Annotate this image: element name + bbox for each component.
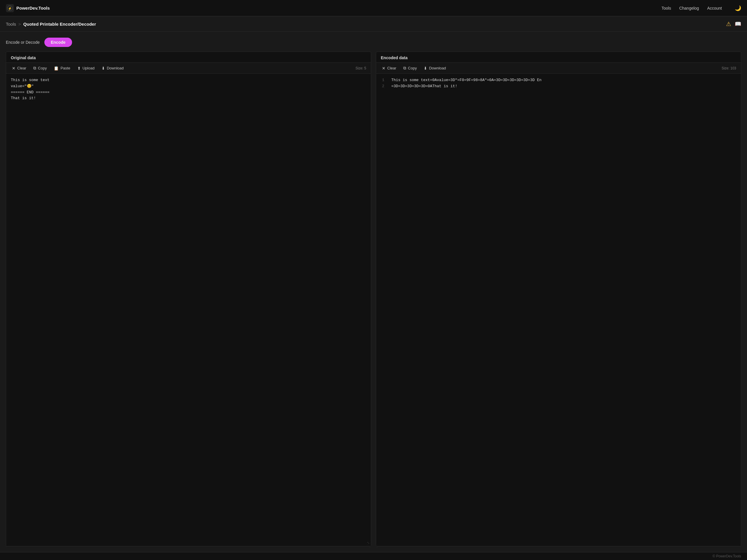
copy-icon: ⧉ <box>33 65 36 71</box>
logo-icon: ⚡ <box>6 4 14 12</box>
output-text: This is some text=0Avalue=3D"=F0=9F=98=8… <box>387 74 741 546</box>
left-copy-button[interactable]: ⧉ Copy <box>30 64 50 72</box>
left-copy-label: Copy <box>38 66 47 70</box>
book-icon-button[interactable]: 📖 <box>735 21 741 27</box>
right-panel-toolbar: ✕ Clear ⧉ Copy ⬇ Download Size: 103 <box>376 62 741 74</box>
encode-button[interactable]: Encode <box>44 37 72 47</box>
right-download-button[interactable]: ⬇ Download <box>420 64 449 72</box>
breadcrumb-separator: > <box>18 22 21 27</box>
theme-toggle-button[interactable]: 🌙 <box>735 5 741 11</box>
download-icon-right: ⬇ <box>424 66 427 71</box>
line-numbers: 12 <box>376 74 387 546</box>
breadcrumb-current-page: Quoted Printable Encoder/Decoder <box>23 22 96 27</box>
right-clear-label: Clear <box>387 66 396 70</box>
topbar-nav: Tools Changelog Account 🌙 <box>662 5 741 11</box>
breadcrumb-bar: Tools > Quoted Printable Encoder/Decoder… <box>0 16 747 32</box>
left-upload-button[interactable]: ⬆ Upload <box>74 64 98 72</box>
mode-label: Encode or Decode <box>6 40 40 45</box>
left-clear-label: Clear <box>17 66 26 70</box>
app-logo[interactable]: ⚡ PowerDev.Tools <box>6 4 50 12</box>
x-icon: ✕ <box>12 66 16 71</box>
nav-tools[interactable]: Tools <box>662 6 671 10</box>
mode-row: Encode or Decode Encode <box>6 37 741 47</box>
left-paste-label: Paste <box>60 66 70 70</box>
logo-text: PowerDev.Tools <box>16 5 50 10</box>
right-panel: Encoded data ✕ Clear ⧉ Copy ⬇ Download S… <box>376 52 741 546</box>
resize-handle[interactable]: ⤡ <box>367 541 370 545</box>
left-download-button[interactable]: ⬇ Download <box>98 64 127 72</box>
left-panel-body: This is some text value="😊" ====== END =… <box>6 74 371 546</box>
upload-icon: ⬆ <box>77 66 81 71</box>
x-icon-right: ✕ <box>382 66 385 71</box>
left-clear-button[interactable]: ✕ Clear <box>8 64 30 72</box>
breadcrumb-actions: ⚠ 📖 <box>726 20 741 27</box>
right-panel-body: 12 This is some text=0Avalue=3D"=F0=9F=9… <box>376 74 741 546</box>
footer-copyright: © PowerDev.Tools <box>713 554 741 558</box>
left-panel-title: Original data <box>6 52 371 62</box>
breadcrumb-tools-link[interactable]: Tools <box>6 22 16 27</box>
left-paste-button[interactable]: 📋 Paste <box>50 64 74 72</box>
panels-container: Original data ✕ Clear ⧉ Copy 📋 Paste ⬆ U… <box>6 52 741 546</box>
right-copy-label: Copy <box>408 66 417 70</box>
left-download-label: Download <box>107 66 124 70</box>
topbar: ⚡ PowerDev.Tools Tools Changelog Account… <box>0 0 747 16</box>
copy-icon-right: ⧉ <box>403 65 406 71</box>
footer: © PowerDev.Tools <box>0 552 747 560</box>
svg-text:⚡: ⚡ <box>8 6 12 10</box>
nav-changelog[interactable]: Changelog <box>679 6 699 10</box>
paste-icon: 📋 <box>54 66 59 71</box>
left-panel-textarea[interactable]: This is some text value="😊" ====== END =… <box>6 74 371 546</box>
right-panel-title: Encoded data <box>376 52 741 62</box>
download-icon: ⬇ <box>102 66 105 71</box>
breadcrumb: Tools > Quoted Printable Encoder/Decoder <box>6 22 96 27</box>
right-copy-button[interactable]: ⧉ Copy <box>400 64 420 72</box>
left-panel: Original data ✕ Clear ⧉ Copy 📋 Paste ⬆ U… <box>6 52 371 546</box>
main-content: Encode or Decode Encode Original data ✕ … <box>0 32 747 552</box>
left-panel-toolbar: ✕ Clear ⧉ Copy 📋 Paste ⬆ Upload ⬇ Dow <box>6 62 371 74</box>
warning-icon-button[interactable]: ⚠ <box>726 20 731 27</box>
left-size-indicator: Size: 5 <box>355 66 368 70</box>
nav-account[interactable]: Account <box>707 6 722 10</box>
left-upload-label: Upload <box>83 66 95 70</box>
right-clear-button[interactable]: ✕ Clear <box>379 64 400 72</box>
right-download-label: Download <box>429 66 446 70</box>
right-size-indicator: Size: 103 <box>722 66 739 70</box>
